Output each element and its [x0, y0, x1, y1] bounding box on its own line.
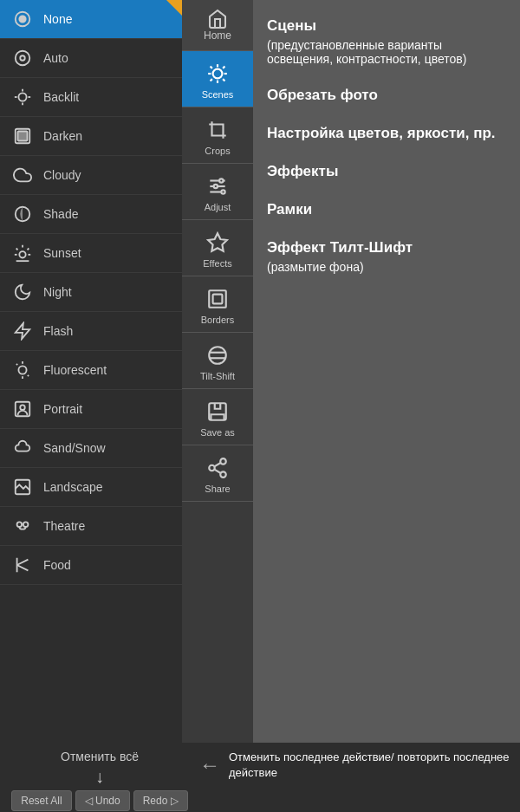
- svg-marker-51: [208, 233, 227, 251]
- bottom-left: Отменить всё ↓ Reset All ◁ Undo Redo ▷: [9, 750, 191, 811]
- tool-label-scenes: Scenes: [202, 89, 234, 100]
- tool-btn-tilt_shift[interactable]: Tilt-Shift: [182, 333, 253, 389]
- scene-item-landscape[interactable]: Landscape: [0, 468, 182, 507]
- scene-label-flash: Flash: [43, 324, 73, 338]
- reset-all-button[interactable]: Reset All: [11, 790, 71, 811]
- sand_snow-icon: [10, 436, 35, 460]
- landscape-icon: [10, 475, 35, 499]
- scenes-tool-icon: [204, 62, 231, 86]
- svg-point-60: [220, 471, 226, 477]
- right-subtitle-5: (размытие фона): [267, 260, 506, 274]
- scene-item-none[interactable]: None: [0, 0, 182, 39]
- tilt_shift-tool-icon: [204, 343, 231, 367]
- adjust-tool-icon: [204, 174, 231, 198]
- scene-item-flash[interactable]: Flash: [0, 312, 182, 351]
- scene-item-cloudy[interactable]: Cloudy: [0, 156, 182, 195]
- night-icon: [10, 280, 35, 304]
- portrait-icon: [10, 397, 35, 421]
- tool-btn-save_as[interactable]: Save as: [182, 389, 253, 445]
- tool-btn-adjust[interactable]: Adjust: [182, 164, 253, 220]
- scene-label-shade: Shade: [43, 207, 78, 221]
- tool-label-tilt_shift: Tilt-Shift: [200, 371, 235, 381]
- tool-btn-crops[interactable]: Crops: [182, 107, 253, 164]
- tool-label-adjust: Adjust: [205, 202, 231, 212]
- svg-line-61: [214, 470, 220, 473]
- corner-mark: [166, 0, 182, 16]
- tool-btn-share[interactable]: Share: [182, 445, 253, 502]
- svg-point-29: [23, 522, 28, 527]
- scene-label-cloudy: Cloudy: [43, 168, 81, 182]
- scene-item-shade[interactable]: Shade: [0, 195, 182, 234]
- right-item-2: Настройка цветов, яркости, пр.: [267, 125, 506, 142]
- svg-point-50: [221, 190, 224, 193]
- tool-label-share: Share: [205, 484, 230, 494]
- scene-item-backlit[interactable]: Backlit: [0, 78, 182, 117]
- right-subtitle-0: (предустановленные варианты освещения, к…: [267, 38, 506, 66]
- svg-point-47: [214, 185, 218, 188]
- svg-point-1: [19, 16, 25, 22]
- food-icon: [10, 553, 35, 577]
- undo-redo-description: Отменить последнее действие/ повторить п…: [229, 750, 511, 781]
- svg-line-40: [211, 79, 212, 81]
- right-title-5: Эффект Тилт-Шифт: [267, 239, 506, 257]
- scene-label-sunset: Sunset: [43, 246, 81, 260]
- home-button[interactable]: Home: [182, 0, 253, 51]
- bottom-right: ← Отменить последнее действие/ повторить…: [191, 750, 511, 781]
- svg-point-12: [19, 251, 25, 257]
- reset-label: Отменить всё: [61, 750, 139, 763]
- scene-item-darken[interactable]: Darken: [0, 117, 182, 156]
- svg-point-33: [213, 69, 223, 79]
- scene-label-none: None: [43, 12, 72, 26]
- svg-line-32: [17, 565, 29, 570]
- redo-button[interactable]: Redo ▷: [133, 790, 188, 811]
- svg-line-38: [211, 67, 212, 68]
- tool-btn-effects[interactable]: Effects: [182, 220, 253, 276]
- scene-item-fluorescent[interactable]: Fluorescent: [0, 351, 182, 390]
- bottom-bar: Отменить всё ↓ Reset All ◁ Undo Redo ▷ ←…: [0, 743, 520, 812]
- scene-item-theatre[interactable]: Theatre: [0, 507, 182, 546]
- tool-btn-scenes[interactable]: Scenes: [182, 51, 253, 107]
- scene-item-auto[interactable]: Auto: [0, 39, 182, 78]
- backlit-icon: [10, 85, 35, 109]
- auto-icon: [10, 46, 35, 70]
- svg-rect-52: [209, 290, 226, 308]
- scene-label-food: Food: [43, 558, 71, 572]
- svg-point-26: [20, 405, 25, 410]
- svg-point-4: [18, 93, 26, 101]
- tool-label-borders: Borders: [201, 315, 235, 325]
- scene-label-theatre: Theatre: [43, 519, 85, 533]
- right-title-0: Сцены: [267, 17, 506, 35]
- scene-item-sunset[interactable]: Sunset: [0, 234, 182, 273]
- svg-line-39: [223, 79, 224, 81]
- tool-btn-borders[interactable]: Borders: [182, 276, 253, 333]
- svg-point-54: [209, 347, 226, 364]
- home-label: Home: [204, 29, 231, 42]
- shade-icon: [10, 202, 35, 226]
- right-item-0: Сцены(предустановленные варианты освещен…: [267, 17, 506, 66]
- scene-item-night[interactable]: Night: [0, 273, 182, 312]
- right-title-4: Рамки: [267, 201, 506, 218]
- scene-item-portrait[interactable]: Portrait: [0, 390, 182, 429]
- scene-label-night: Night: [43, 285, 72, 299]
- svg-line-24: [28, 375, 29, 376]
- undo-button[interactable]: ◁ Undo: [75, 790, 130, 811]
- scene-label-fluorescent: Fluorescent: [43, 363, 107, 377]
- svg-point-28: [17, 522, 22, 527]
- svg-point-20: [18, 366, 26, 374]
- arrow-left-icon: ←: [199, 753, 220, 777]
- right-title-3: Эффекты: [267, 163, 506, 180]
- svg-rect-10: [18, 132, 28, 141]
- darken-icon: [10, 124, 35, 148]
- scene-label-sand_snow: Sand/Snow: [43, 441, 106, 455]
- tool-label-effects: Effects: [203, 258, 231, 269]
- fluorescent-icon: [10, 358, 35, 382]
- svg-line-31: [17, 560, 29, 565]
- svg-line-62: [214, 463, 220, 466]
- scene-item-food[interactable]: Food: [0, 546, 182, 585]
- crops-tool-icon: [204, 118, 231, 142]
- right-item-3: Эффекты: [267, 163, 506, 180]
- none-icon: [10, 7, 35, 31]
- scene-item-sand_snow[interactable]: Sand/Snow: [0, 429, 182, 468]
- tool-label-save_as: Save as: [200, 427, 235, 438]
- middle-panel: Home ScenesCropsAdjustEffectsBordersTilt…: [182, 0, 253, 743]
